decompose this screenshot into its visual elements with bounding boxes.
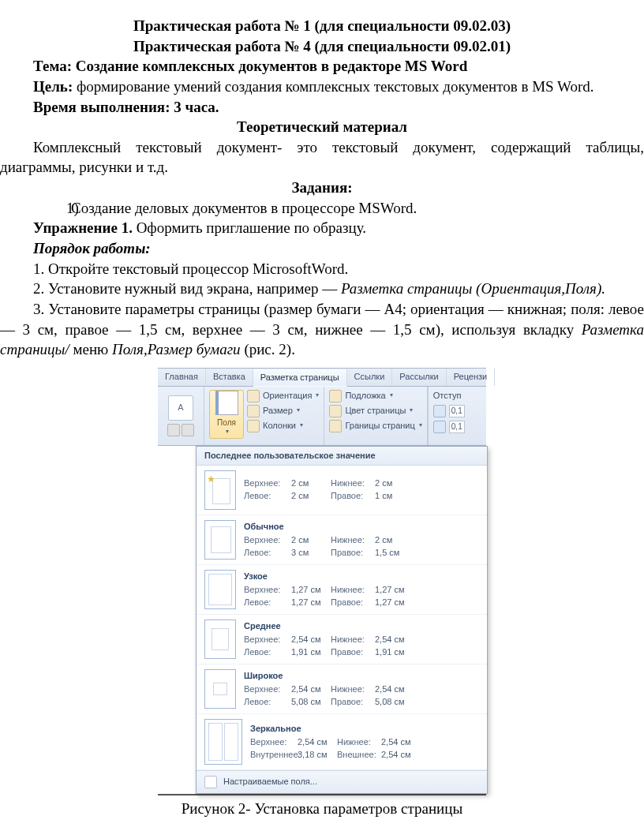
indent-left-value[interactable]: 0,1 [449, 405, 465, 417]
tab-2[interactable]: Разметка страницы [253, 369, 347, 387]
themes-button[interactable]: A [168, 395, 193, 421]
preset-name: Среднее [244, 620, 479, 632]
page-bg-0[interactable]: Подложка▾ [329, 390, 421, 402]
chevron-down-icon: ▾ [226, 428, 229, 436]
page-setup-icon-2 [247, 420, 260, 432]
task-1: 1)Создание деловых документов в процессо… [0, 198, 644, 219]
step-2: 2. Установите нужный вид экрана, наприме… [0, 279, 644, 299]
custom-margins-item[interactable]: Настраиваемые поля... [197, 770, 487, 793]
ex-label: Упражнение 1. [33, 219, 133, 236]
page-setup-2[interactable]: Колонки▾ [247, 420, 319, 432]
margin-preset-4[interactable]: ШирокоеВерхнее:2,54 смНижнее:2,54 смЛево… [197, 664, 487, 714]
chevron-down-icon: ▾ [419, 421, 422, 430]
indent-left-icon[interactable] [433, 405, 446, 417]
theme-colors-icon[interactable] [167, 424, 180, 436]
page-bg-icon-2 [329, 420, 342, 432]
chevron-down-icon: ▾ [297, 406, 300, 415]
tasks-head: Задания: [0, 178, 644, 198]
dropdown-header: Последнее пользовательское значение [197, 447, 487, 466]
custom-margins-icon [204, 776, 217, 788]
page-setup-1[interactable]: Размер▾ [247, 405, 319, 417]
preset-name: Широкое [244, 670, 479, 682]
preset-name: Зеркальное [250, 723, 479, 735]
task-1-idx: 1) [33, 198, 71, 219]
figure-caption: Рисунок 2- Установка параметров страницы [0, 799, 644, 819]
preset-thumb [204, 719, 242, 765]
goal-text: формирование умений создания комплексных… [73, 78, 593, 95]
margin-preset-5[interactable]: ЗеркальноеВерхнее:2,54 смНижнее:2,54 смВ… [197, 714, 487, 770]
topic-label: Тема: [33, 58, 72, 74]
page-bg-icon-0 [329, 390, 342, 402]
preset-thumb: ★ [204, 470, 236, 510]
preset-name: Обычное [244, 521, 479, 533]
margin-preset-3[interactable]: СреднееВерхнее:2,54 смНижнее:2,54 смЛево… [197, 615, 487, 664]
page-setup-icon-1 [247, 405, 260, 417]
indent-right-value[interactable]: 0,1 [449, 421, 465, 433]
time-line: Время выполнения: 3 часа. [0, 97, 644, 118]
margin-preset-1[interactable]: ОбычноеВерхнее:2 смНижнее:2 смЛевое:3 см… [197, 515, 487, 565]
tab-1[interactable]: Вставка [206, 369, 253, 386]
task-1-text: Создание деловых документов в процессоре… [71, 200, 417, 216]
preset-thumb [204, 620, 236, 659]
margin-preset-2[interactable]: УзкоеВерхнее:1,27 смНижнее:1,27 смЛевое:… [197, 565, 487, 615]
page-setup-icon-0 [247, 390, 260, 402]
theory-body: Комплексный текстовый документ- это текс… [0, 137, 644, 178]
chevron-down-icon: ▾ [390, 391, 393, 400]
topic-text: Создание комплексных документов в редакт… [72, 58, 467, 74]
preset-thumb [204, 669, 236, 709]
chevron-down-icon: ▾ [300, 421, 303, 430]
order-head: Порядок работы: [0, 238, 644, 259]
page-setup-0[interactable]: Ориентация▾ [247, 390, 319, 402]
heading-2: Практическая работа № 4 (для специальнос… [0, 36, 644, 57]
theory-head: Теоретический материал [0, 117, 644, 137]
tab-0[interactable]: Главная [158, 369, 206, 386]
tab-4[interactable]: Рассылки [392, 369, 446, 386]
heading-1: Практическая работа № 1 (для специальнос… [0, 16, 644, 36]
chevron-down-icon: ▾ [410, 406, 413, 415]
step-3: 3. Установите параметры страницы (размер… [0, 299, 644, 360]
tab-3[interactable]: Ссылки [347, 369, 393, 386]
preset-thumb [204, 520, 236, 560]
goal-label: Цель: [33, 78, 73, 95]
margins-button[interactable]: Поля ▾ [209, 390, 244, 439]
goal-line: Цель: формирование умений создания компл… [0, 77, 644, 97]
exercise-1: Упражнение 1. Оформить приглашение по об… [0, 218, 644, 238]
tab-5[interactable]: Рецензи [447, 369, 496, 386]
preset-thumb [204, 570, 236, 609]
page-icon [215, 391, 238, 415]
margin-preset-0[interactable]: ★Верхнее:2 смНижнее:2 смЛевое:2 смПравое… [197, 466, 487, 515]
page-bg-1[interactable]: Цвет страницы▾ [329, 405, 421, 417]
step-1: 1. Откройте текстовый процессор Microsof… [0, 259, 644, 279]
theme-fonts-icon[interactable] [182, 424, 194, 436]
indent-label: Отступ [433, 390, 465, 402]
indent-right-icon[interactable] [433, 421, 446, 433]
ex-text: Оформить приглашение по образцу. [133, 219, 366, 236]
ribbon-tabs: ГлавнаяВставкаРазметка страницыСсылкиРас… [158, 368, 486, 387]
chevron-down-icon: ▾ [316, 391, 319, 400]
preset-name: Узкое [244, 571, 479, 582]
page-bg-icon-1 [329, 405, 342, 417]
page-bg-2[interactable]: Границы страниц▾ [329, 420, 421, 432]
margins-dropdown: Последнее пользовательское значение ★Вер… [196, 446, 488, 794]
topic-line: Тема: Создание комплексных документов в … [0, 56, 644, 77]
word-screenshot: ГлавнаяВставкаРазметка страницыСсылкиРас… [158, 368, 486, 795]
ribbon: A Поля ▾ Ориентация▾Размер▾Колонки▾ Подл… [158, 387, 486, 446]
